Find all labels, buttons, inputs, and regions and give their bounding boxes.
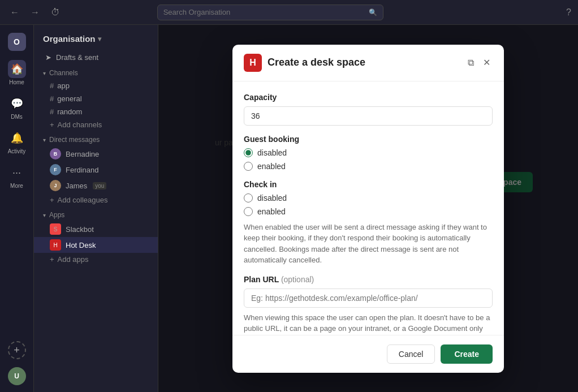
add-apps-button[interactable]: + Add apps [34, 253, 158, 266]
back-button[interactable]: ← [7, 5, 23, 20]
plus-icon: + [50, 255, 54, 264]
topbar: ← → ⏱ 🔍 ? [0, 0, 578, 25]
guest-booking-disabled-option[interactable]: disabled [244, 148, 493, 157]
app-slackbot[interactable]: S Slackbot [34, 221, 158, 237]
org-icon: O [8, 33, 26, 51]
channel-random[interactable]: # random [34, 105, 158, 118]
search-icon: 🔍 [369, 8, 377, 16]
check-in-disabled-radio[interactable] [244, 193, 253, 203]
guest-booking-enabled-radio[interactable] [244, 162, 253, 171]
sidebar-item-dms[interactable]: 💬 DMs [2, 91, 32, 123]
avatar: B [50, 148, 61, 160]
collapse-icon: ▾ [43, 212, 46, 218]
capacity-input[interactable] [244, 106, 493, 126]
guest-booking-enabled-option[interactable]: enabled [244, 162, 493, 171]
modal-title: Create a desk space [268, 57, 460, 68]
channel-app[interactable]: # app [34, 79, 158, 92]
icon-sidebar: O 🏠 Home 💬 DMs 🔔 Activity ··· More + U [0, 25, 34, 392]
chevron-down-icon: ▾ [98, 35, 101, 43]
modal-header-actions: ⧉ ✕ [465, 55, 493, 70]
dm-ferdinand[interactable]: F Ferdinand [34, 162, 158, 178]
more-icon: ··· [8, 163, 26, 182]
search-bar: 🔍 [157, 5, 383, 20]
modal-close-button[interactable]: ✕ [481, 55, 493, 70]
dm-bernadine[interactable]: B Bernadine [34, 146, 158, 162]
hotdesk-icon: H [50, 239, 61, 251]
content-area: ur park, or anywhere with a Create space… [158, 25, 578, 392]
dm-james[interactable]: J James you [34, 178, 158, 193]
plan-url-help-text: When viewing this space the user can ope… [244, 312, 493, 335]
plus-icon: + [50, 120, 54, 129]
forward-button[interactable]: → [27, 5, 43, 20]
send-icon: ➤ [45, 53, 51, 62]
guest-booking-field: Guest booking disabled enabled [244, 135, 493, 171]
capacity-label: Capacity [244, 93, 493, 102]
check-in-radio-group: disabled enabled [244, 193, 493, 216]
collapse-icon: ▾ [43, 137, 46, 143]
modal-expand-button[interactable]: ⧉ [465, 55, 476, 70]
modal-body: Capacity Guest booking disabled [232, 81, 504, 335]
more-label: More [10, 183, 23, 189]
direct-messages-section[interactable]: ▾ Direct messages [34, 131, 158, 146]
sidebar-item-home[interactable]: 🏠 Home [2, 57, 32, 89]
activity-label: Activity [8, 148, 26, 154]
drafts-sent-item[interactable]: ➤ Drafts & sent [36, 50, 156, 64]
help-button[interactable]: ? [566, 7, 571, 18]
add-workspace-button[interactable]: + [2, 338, 32, 363]
modal-overlay: H Create a desk space ⧉ ✕ Capacity [158, 25, 578, 392]
dms-icon: 💬 [8, 94, 26, 113]
check-in-label: Check in [244, 180, 493, 189]
sidebar-item-activity[interactable]: 🔔 Activity [2, 126, 32, 158]
channels-section[interactable]: ▾ Channels [34, 64, 158, 79]
dms-label: DMs [11, 114, 23, 120]
plan-url-field: Plan URL (optional) When viewing this sp… [244, 275, 493, 335]
guest-booking-label: Guest booking [244, 135, 493, 144]
hash-icon: # [50, 81, 54, 90]
add-colleagues-button[interactable]: + Add colleagues [34, 193, 158, 206]
home-icon: 🏠 [8, 60, 26, 78]
apps-section[interactable]: ▾ Apps [34, 206, 158, 221]
collapse-icon: ▾ [43, 70, 46, 76]
history-button[interactable]: ⏱ [48, 5, 63, 20]
slackbot-icon: S [50, 223, 61, 235]
plan-url-label: Plan URL (optional) [244, 275, 493, 284]
plus-icon: + [50, 196, 54, 204]
check-in-field: Check in disabled enabled When enabl [244, 180, 493, 266]
add-icon: + [8, 341, 26, 359]
check-in-disabled-option[interactable]: disabled [244, 193, 493, 203]
activity-icon: 🔔 [8, 129, 26, 147]
search-input[interactable] [163, 8, 366, 16]
nav-sidebar: Organisation ▾ ➤ Drafts & sent ▾ Channel… [34, 25, 158, 392]
org-title[interactable]: Organisation ▾ [34, 32, 158, 50]
check-in-help-text: When enabled the user will be sent a dir… [244, 222, 493, 266]
sidebar-item-org[interactable]: O [2, 29, 32, 54]
guest-booking-disabled-radio[interactable] [244, 148, 253, 157]
capacity-field: Capacity [244, 93, 493, 126]
channel-general[interactable]: # general [34, 92, 158, 105]
plan-url-input[interactable] [244, 288, 493, 308]
avatar: J [50, 180, 61, 191]
modal-footer: Cancel Create [232, 335, 504, 373]
you-badge: you [93, 182, 106, 189]
hash-icon: # [50, 107, 54, 116]
guest-booking-radio-group: disabled enabled [244, 148, 493, 171]
home-label: Home [9, 79, 24, 85]
cancel-button[interactable]: Cancel [387, 344, 435, 364]
add-channels-button[interactable]: + Add channels [34, 118, 158, 131]
check-in-enabled-radio[interactable] [244, 207, 253, 216]
modal-header: H Create a desk space ⧉ ✕ [232, 45, 504, 81]
check-in-enabled-option[interactable]: enabled [244, 207, 493, 216]
sidebar-item-more[interactable]: ··· More [2, 160, 32, 192]
modal-logo: H [244, 54, 262, 72]
hash-icon: # [50, 94, 54, 103]
app-hotdesk[interactable]: H Hot Desk [34, 237, 158, 253]
create-button[interactable]: Create [441, 344, 493, 364]
modal-create-desk-space: H Create a desk space ⧉ ✕ Capacity [232, 45, 504, 373]
user-avatar[interactable]: U [8, 367, 26, 385]
avatar: F [50, 164, 61, 175]
